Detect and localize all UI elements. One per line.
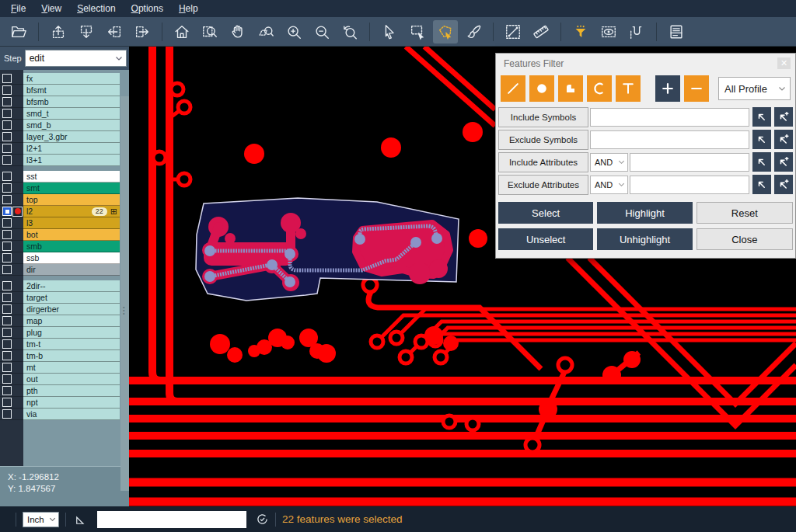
close-icon[interactable]: ✕ bbox=[777, 57, 791, 69]
snap-magnet-button[interactable] bbox=[624, 20, 649, 43]
exclude-symbols-button[interactable]: Exclude Symbols bbox=[498, 130, 588, 150]
pan-down-button[interactable] bbox=[74, 20, 99, 43]
layer-checkbox[interactable] bbox=[2, 304, 12, 314]
layer-row-l2+1[interactable]: l2+1 bbox=[0, 143, 120, 155]
layer-checkbox[interactable] bbox=[2, 109, 12, 118]
include-attributes-button[interactable]: Include Attributes bbox=[498, 152, 588, 172]
layer-row-plug[interactable]: plug bbox=[0, 327, 120, 339]
layer-checkbox[interactable] bbox=[2, 74, 12, 83]
layer-checkbox[interactable] bbox=[2, 328, 12, 337]
layer-checkbox[interactable] bbox=[2, 339, 12, 349]
layer-checkbox[interactable] bbox=[2, 172, 12, 181]
layer-name[interactable]: bfsmb bbox=[23, 96, 120, 108]
line-tool-button[interactable] bbox=[501, 75, 525, 102]
menu-options[interactable]: Options bbox=[124, 2, 171, 16]
layer-row-sst[interactable]: sst bbox=[0, 171, 120, 183]
layer-checkbox[interactable] bbox=[2, 253, 12, 263]
layer-name[interactable]: npt bbox=[23, 397, 120, 409]
exclude-attributes-input[interactable] bbox=[630, 176, 749, 194]
home-button[interactable] bbox=[169, 20, 194, 43]
add-pick-from-canvas-button[interactable] bbox=[774, 130, 793, 149]
layer-row-ssb[interactable]: ssb bbox=[0, 252, 120, 264]
layer-checkbox[interactable] bbox=[2, 316, 12, 325]
layer-row-smt[interactable]: smt bbox=[0, 183, 120, 194]
layer-name[interactable]: bfsmt bbox=[23, 85, 120, 96]
open-folder-button[interactable] bbox=[6, 20, 31, 43]
layer-row-2dir--[interactable]: 2dir-- bbox=[0, 280, 120, 292]
layer-name[interactable]: smd_b bbox=[23, 120, 120, 131]
layer-name[interactable]: smb bbox=[23, 241, 120, 252]
add-pick-from-canvas-button[interactable] bbox=[774, 107, 793, 127]
reset-button[interactable]: Reset bbox=[696, 202, 793, 224]
layer-list-scrollbar[interactable]: ••• bbox=[120, 96, 129, 491]
pan-hand-button[interactable] bbox=[225, 20, 250, 43]
layer-row-top[interactable]: top bbox=[0, 194, 120, 206]
pan-left-button[interactable] bbox=[102, 20, 127, 43]
layer-row-smd_b[interactable]: smd_b bbox=[0, 120, 120, 131]
layer-row-map[interactable]: map bbox=[0, 315, 120, 327]
layer-checkbox[interactable] bbox=[2, 120, 12, 130]
measure-ruler-button[interactable] bbox=[529, 20, 553, 43]
layer-row-tm-b[interactable]: tm-b bbox=[0, 350, 120, 362]
exclude-attributes-button[interactable]: Exclude Attributes bbox=[498, 175, 588, 195]
layer-name[interactable]: fx bbox=[23, 73, 120, 85]
layer-row-dirgerber[interactable]: dirgerber bbox=[0, 304, 120, 315]
profile-select[interactable]: All Profile bbox=[718, 77, 791, 100]
paint-brush-button[interactable] bbox=[461, 20, 486, 43]
features-filter-button[interactable] bbox=[568, 20, 593, 43]
menu-selection[interactable]: Selection bbox=[69, 2, 123, 16]
layer-name[interactable]: map bbox=[23, 315, 120, 327]
layer-name[interactable]: bot bbox=[23, 229, 120, 241]
unhighlight-button[interactable]: Unhighlight bbox=[597, 228, 692, 250]
dialog-titlebar[interactable]: Features Filter ✕ bbox=[496, 54, 795, 73]
grid-icon[interactable]: ⊞ bbox=[110, 207, 117, 216]
add-pick-from-canvas-button[interactable] bbox=[774, 175, 793, 194]
layer-row-mt[interactable]: mt bbox=[0, 362, 120, 374]
layer-checkbox[interactable] bbox=[2, 155, 12, 165]
layer-name[interactable]: layer_3.gbr bbox=[23, 131, 120, 143]
select-polygon-button[interactable] bbox=[433, 20, 458, 43]
layer-checkbox[interactable] bbox=[2, 218, 12, 228]
layer-checkbox[interactable] bbox=[2, 386, 12, 395]
layer-name[interactable]: mt bbox=[23, 362, 120, 374]
select-pointer-button[interactable] bbox=[377, 20, 402, 43]
minus-tool-button[interactable] bbox=[684, 75, 709, 102]
plus-tool-button[interactable] bbox=[655, 75, 680, 102]
select-button[interactable]: Select bbox=[498, 202, 593, 224]
layers-form-button[interactable] bbox=[664, 20, 689, 43]
layer-checkbox[interactable] bbox=[2, 351, 12, 360]
highlight-button[interactable]: Highlight bbox=[597, 202, 692, 224]
layer-checkbox[interactable] bbox=[2, 398, 12, 407]
angle-measure-icon[interactable] bbox=[74, 513, 88, 527]
and-operator-select[interactable]: AND bbox=[590, 153, 628, 172]
zoom-previous-button[interactable] bbox=[337, 20, 362, 43]
layer-name[interactable]: pth bbox=[23, 385, 120, 397]
layer-row-npt[interactable]: npt bbox=[0, 397, 120, 409]
unselect-button[interactable]: Unselect bbox=[498, 228, 593, 250]
layer-checkbox[interactable] bbox=[2, 183, 12, 193]
layer-row-bfsmt[interactable]: bfsmt bbox=[0, 85, 120, 96]
layer-row-dir[interactable]: dir bbox=[0, 264, 120, 276]
measure-line-button[interactable] bbox=[501, 20, 525, 43]
layer-row-out[interactable]: out bbox=[0, 374, 120, 385]
unit-select[interactable]: Inch bbox=[23, 512, 59, 527]
layer-name[interactable]: target bbox=[23, 292, 120, 304]
layer-checkbox[interactable] bbox=[2, 195, 12, 204]
layer-name[interactable]: via bbox=[23, 409, 120, 420]
close-button[interactable]: Close bbox=[696, 228, 793, 250]
pick-from-canvas-button[interactable] bbox=[752, 175, 771, 194]
layer-row-bot[interactable]: bot bbox=[0, 229, 120, 241]
layer-checkbox[interactable] bbox=[2, 281, 12, 290]
layer-checkbox[interactable] bbox=[2, 132, 12, 141]
surface-tool-button[interactable] bbox=[558, 75, 583, 102]
layer-checkbox[interactable] bbox=[2, 85, 12, 95]
layer-checkbox[interactable] bbox=[2, 144, 12, 153]
pick-from-canvas-button[interactable] bbox=[752, 130, 771, 149]
layer-checkbox[interactable] bbox=[2, 97, 12, 106]
layer-row-l3+1[interactable]: l3+1 bbox=[0, 155, 120, 166]
layer-name[interactable]: l222⊞ bbox=[23, 206, 120, 217]
layer-checkbox[interactable] bbox=[2, 374, 12, 384]
layer-name[interactable]: sst bbox=[23, 171, 120, 183]
layer-name[interactable]: smt bbox=[23, 183, 120, 194]
layer-checkbox[interactable] bbox=[2, 230, 12, 239]
